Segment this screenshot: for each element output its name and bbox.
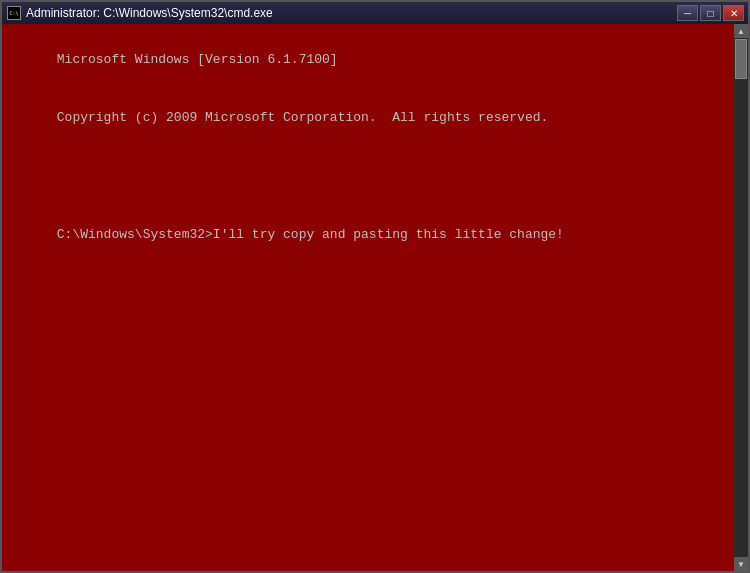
maximize-button[interactable]: □ <box>700 5 721 21</box>
console-output: Microsoft Windows [Version 6.1.7100] Cop… <box>10 30 740 264</box>
scrollbar-thumb[interactable] <box>735 39 747 79</box>
console-area[interactable]: Microsoft Windows [Version 6.1.7100] Cop… <box>2 24 748 571</box>
title-bar: Administrator: C:\Windows\System32\cmd.e… <box>2 2 748 24</box>
console-line-4: C:\Windows\System32>I'll try copy and pa… <box>57 227 564 242</box>
cmd-window-icon <box>6 5 22 21</box>
minimize-button[interactable]: ─ <box>677 5 698 21</box>
cmd-icon-graphic <box>7 6 21 20</box>
title-bar-controls: ─ □ ✕ <box>677 5 744 21</box>
cmd-window: Administrator: C:\Windows\System32\cmd.e… <box>0 0 750 573</box>
scrollbar-track[interactable] <box>734 38 748 557</box>
console-line-1: Microsoft Windows [Version 6.1.7100] <box>57 52 338 67</box>
title-bar-left: Administrator: C:\Windows\System32\cmd.e… <box>6 5 273 21</box>
scrollbar[interactable]: ▲ ▼ <box>734 24 748 571</box>
scrollbar-down-arrow[interactable]: ▼ <box>734 557 748 571</box>
window-title: Administrator: C:\Windows\System32\cmd.e… <box>26 6 273 20</box>
close-button[interactable]: ✕ <box>723 5 744 21</box>
scrollbar-up-arrow[interactable]: ▲ <box>734 24 748 38</box>
console-line-2: Copyright (c) 2009 Microsoft Corporation… <box>57 110 548 125</box>
